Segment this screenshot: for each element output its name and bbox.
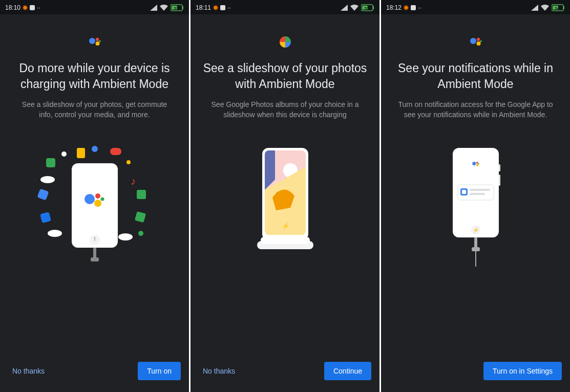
svg-rect-66: [472, 247, 480, 251]
no-thanks-button[interactable]: No thanks: [8, 362, 49, 380]
status-app-indicator-icon: [404, 5, 409, 10]
svg-point-49: [476, 41, 480, 46]
svg-rect-60: [462, 190, 466, 194]
photos-icon: [279, 35, 292, 49]
button-bar: Turn on in Settings: [381, 355, 570, 392]
button-bar: No thanks Turn on: [0, 355, 189, 392]
svg-point-26: [94, 200, 101, 207]
page-title: See your notifications while in Ambient …: [393, 60, 558, 92]
svg-point-22: [118, 233, 133, 241]
svg-point-57: [478, 163, 479, 164]
turn-on-button[interactable]: Turn on: [138, 362, 181, 380]
svg-point-41: [276, 191, 283, 199]
status-bar: 18:11 ·· 53: [191, 0, 379, 14]
signal-icon: [341, 5, 348, 11]
svg-rect-16: [110, 148, 121, 155]
svg-point-24: [85, 194, 95, 204]
svg-text:53: 53: [365, 6, 369, 11]
status-notification-icon: [30, 5, 35, 10]
status-app-indicator-icon: [213, 5, 218, 10]
svg-point-13: [48, 230, 62, 237]
status-time: 18:11: [196, 4, 211, 11]
page-title: See a slideshow of your photos with Ambi…: [203, 60, 367, 92]
illustration-notifications: ⚡: [430, 120, 522, 355]
screen-notifications: 18:12 ·· 54: [381, 0, 570, 392]
battery-icon: 53: [171, 4, 184, 11]
svg-point-47: [470, 38, 476, 44]
svg-point-48: [476, 38, 479, 41]
svg-rect-62: [470, 193, 485, 195]
svg-point-25: [95, 193, 100, 199]
svg-rect-44: [563, 6, 564, 9]
svg-text:53: 53: [174, 6, 178, 11]
svg-rect-20: [134, 211, 145, 223]
status-bar: 18:10 ·· 53: [0, 0, 189, 14]
page-title: Do more while your device is charging wi…: [12, 60, 177, 92]
status-app-indicator-icon: [23, 5, 28, 10]
status-more-icon: ··: [227, 4, 231, 11]
svg-rect-29: [93, 248, 96, 259]
svg-point-7: [99, 40, 101, 42]
svg-point-50: [480, 40, 482, 42]
status-bar: 18:12 ·· 54: [381, 0, 570, 14]
svg-rect-19: [137, 190, 146, 199]
svg-text:♪: ♪: [131, 176, 136, 187]
svg-rect-52: [499, 164, 500, 171]
battery-icon: 53: [361, 4, 374, 11]
svg-rect-9: [46, 158, 55, 167]
illustration-ambient: ♪: [18, 120, 172, 355]
svg-rect-1: [182, 6, 183, 9]
svg-point-54: [472, 162, 476, 165]
status-more-icon: ··: [37, 4, 40, 11]
svg-rect-30: [91, 257, 99, 262]
svg-point-8: [61, 151, 67, 157]
svg-point-55: [476, 162, 478, 164]
signal-icon: [531, 5, 538, 11]
status-more-icon: ··: [418, 4, 421, 11]
svg-rect-14: [77, 148, 85, 158]
svg-point-27: [100, 197, 104, 201]
svg-point-4: [89, 38, 95, 44]
svg-text:54: 54: [555, 6, 560, 11]
content-area: See a slideshow of your photos with Ambi…: [191, 14, 379, 355]
page-subtitle: See Google Photos albums of your choice …: [206, 99, 365, 120]
svg-point-10: [40, 176, 55, 183]
assistant-icon: [88, 35, 101, 49]
page-subtitle: Turn on notification access for the Goog…: [396, 99, 555, 120]
svg-point-17: [126, 160, 131, 164]
continue-button[interactable]: Continue: [324, 362, 371, 380]
wifi-icon: [541, 5, 549, 11]
assistant-icon: [469, 35, 482, 49]
battery-icon: 54: [552, 4, 565, 11]
svg-point-15: [92, 146, 98, 152]
signal-icon: [150, 5, 157, 11]
content-area: Do more while your device is charging wi…: [0, 14, 189, 355]
svg-rect-32: [373, 6, 374, 9]
status-time: 18:12: [386, 4, 402, 11]
turn-on-settings-button[interactable]: Turn on in Settings: [483, 362, 562, 380]
wifi-icon: [350, 5, 358, 11]
status-time: 18:10: [5, 4, 20, 11]
svg-rect-53: [499, 175, 500, 186]
svg-point-5: [95, 38, 98, 41]
svg-point-6: [95, 41, 99, 46]
screen-slideshow: 18:11 ·· 53: [191, 0, 379, 392]
no-thanks-button[interactable]: No thanks: [199, 362, 239, 380]
content-area: See your notifications while in Ambient …: [381, 14, 570, 355]
wifi-icon: [160, 5, 168, 11]
button-bar: No thanks Continue: [191, 355, 379, 392]
svg-rect-11: [37, 188, 49, 200]
svg-text:⚡: ⚡: [281, 222, 289, 230]
svg-point-56: [476, 164, 478, 166]
status-notification-icon: [220, 5, 225, 10]
svg-text:⚡: ⚡: [473, 227, 479, 233]
screen-ambient-intro: 18:10 ·· 53: [0, 0, 189, 392]
svg-rect-12: [39, 212, 51, 223]
page-subtitle: See a slideshow of your photos, get comm…: [15, 99, 174, 120]
status-notification-icon: [411, 5, 416, 10]
svg-point-21: [138, 231, 143, 236]
illustration-slideshow: ⚡: [239, 120, 331, 355]
svg-rect-61: [470, 189, 490, 191]
svg-rect-65: [474, 237, 477, 249]
